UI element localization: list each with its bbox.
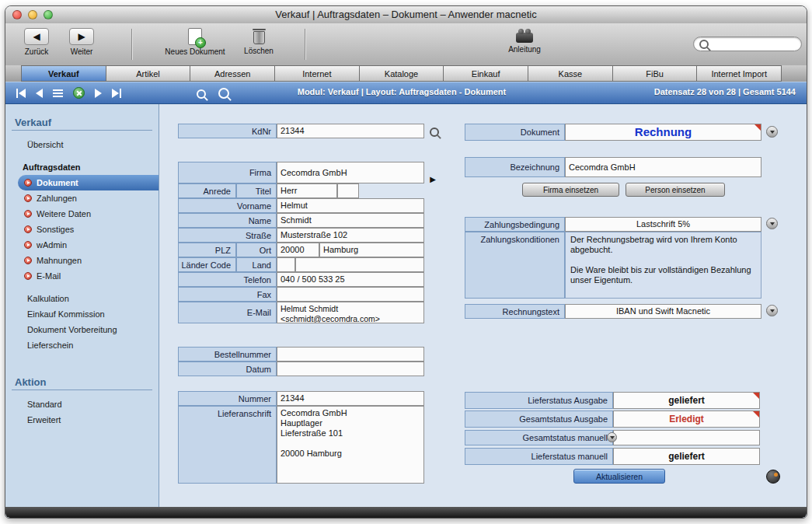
vorname-label: Vorname: [178, 198, 277, 213]
previous-record-icon[interactable]: [36, 89, 43, 98]
anrede-field[interactable]: Herr: [277, 183, 337, 198]
new-document-button[interactable]: Neues Dokument: [158, 28, 232, 56]
sidebar-item-einkauf-kommission[interactable]: Einkauf Kommission: [5, 306, 159, 322]
laender-code-field[interactable]: [277, 257, 295, 272]
sidebar-item-zahlungen[interactable]: Zahlungen: [5, 190, 159, 206]
plz-field[interactable]: 20000: [277, 243, 319, 257]
dokument-dropdown-icon[interactable]: [766, 126, 778, 138]
sidebar-item-standard[interactable]: Standard: [5, 396, 159, 412]
person-einsetzen-button[interactable]: Person einsetzen: [626, 183, 725, 197]
ort-field[interactable]: Hamburg: [319, 243, 424, 257]
forward-icon: ▶: [69, 28, 94, 45]
back-button[interactable]: ◀ Zurück: [16, 28, 57, 56]
sidebar-item-email[interactable]: E-Mail: [5, 268, 159, 284]
record-arrow-icon: [24, 210, 32, 218]
gesamtstatus-ausgabe-label: Gesamtstatus Ausgabe: [465, 410, 613, 428]
zahlungskonditionen-label: Zahlungskonditionen: [465, 232, 565, 299]
sidebar-item-wadmin[interactable]: wAdmin: [5, 237, 159, 253]
sidebar-item-kalkulation[interactable]: Kalkulation: [5, 291, 159, 306]
back-label: Zurück: [25, 47, 49, 56]
tab-adressen[interactable]: Adressen: [190, 65, 275, 82]
email-field[interactable]: Helmut Schmidt <schmidt@cecomdra.com>: [277, 302, 424, 323]
module-layout-text: Modul: Verkauf | Layout: Auftragsdaten -…: [239, 87, 565, 96]
first-record-icon[interactable]: [16, 89, 26, 98]
zahlungsbedingung-label: Zahlungsbedingung: [465, 217, 565, 232]
next-record-icon[interactable]: [95, 89, 102, 98]
sidebar-item-erweitert[interactable]: Erweitert: [5, 412, 159, 428]
dokument-field[interactable]: Rechnung: [565, 124, 761, 141]
rechnungstext-dropdown-icon[interactable]: [766, 305, 778, 316]
gesamtstatus-manuell-field[interactable]: [613, 430, 760, 445]
tab-internet-import[interactable]: Internet Import: [697, 65, 782, 82]
kdnr-search-icon[interactable]: [430, 126, 439, 140]
delete-button[interactable]: Löschen: [237, 28, 281, 55]
zahlungskonditionen-field[interactable]: Der Rechnungsbetrag wird von Ihrem Konto…: [565, 232, 761, 299]
gesamtstatus-manuell-dropdown-icon[interactable]: [607, 432, 617, 442]
vorname-field[interactable]: Helmut: [277, 198, 424, 213]
bezeichnung-field[interactable]: Cecomdra GmbH: [565, 157, 761, 177]
land-label: Land: [236, 257, 277, 272]
gesamtstatus-ausgabe-field[interactable]: Erledigt: [613, 410, 760, 428]
sidebar-item-dokument[interactable]: Dokument: [18, 175, 159, 190]
new-document-icon: [188, 28, 202, 45]
nummer-field[interactable]: 21344: [277, 391, 424, 406]
tab-einkauf[interactable]: Einkauf: [444, 65, 528, 82]
lieferanschrift-field[interactable]: Cecomdra GmbH Hauptlager Lieferstraße 10…: [277, 406, 424, 484]
telefon-field[interactable]: 040 / 500 533 25: [277, 272, 424, 287]
search-input[interactable]: [693, 37, 802, 51]
plz-label: PLZ: [178, 243, 236, 257]
tab-kasse[interactable]: Kasse: [528, 65, 613, 82]
gesamtstatus-manuell-label: Gesamtstatus manuell: [465, 430, 613, 445]
tab-verkauf[interactable]: Verkauf: [21, 65, 106, 82]
lieferstatus-ausgabe-field[interactable]: geliefert: [613, 392, 760, 409]
fax-field[interactable]: [277, 287, 424, 302]
firma-field[interactable]: Cecomdra GmbH: [277, 162, 424, 183]
sidebar-item-lieferschein[interactable]: Lieferschein: [5, 337, 159, 353]
kdnr-label: KdNr: [178, 124, 277, 138]
titlebar[interactable]: Verkauf | Auftragsdaten – Dokument – Anw…: [5, 6, 807, 24]
record-arrow-icon: [24, 225, 32, 233]
divider: [12, 130, 152, 131]
desktop: Verkauf | Auftragsdaten – Dokument – Anw…: [0, 0, 812, 524]
sidebar-item-label: Weitere Daten: [37, 209, 91, 218]
form-area: KdNr 21344 Firma Cecomdra GmbH ▶ Anrede …: [159, 104, 807, 507]
toolbar-separator: [131, 29, 132, 60]
sidebar-item-uebersicht[interactable]: Übersicht: [5, 137, 159, 152]
nummer-label: Nummer: [178, 391, 277, 406]
tab-fibu[interactable]: FiBu: [613, 65, 698, 82]
strasse-field[interactable]: Musterstraße 102: [277, 228, 424, 243]
tab-artikel[interactable]: Artikel: [106, 65, 191, 82]
forward-button[interactable]: ▶ Weiter: [61, 28, 102, 56]
zahlungsbedingung-dropdown-icon[interactable]: [766, 218, 778, 229]
sync-status-icon[interactable]: [766, 470, 780, 484]
tab-internet[interactable]: Internet: [275, 65, 360, 82]
sidebar-item-mahnungen[interactable]: Mahnungen: [5, 253, 159, 268]
bestellnummer-field[interactable]: [277, 347, 424, 362]
last-record-icon[interactable]: [112, 89, 121, 98]
titel-field[interactable]: [337, 183, 359, 198]
datum-field[interactable]: [277, 362, 424, 376]
kdnr-field[interactable]: 21344: [277, 124, 424, 138]
search-large-icon[interactable]: [218, 88, 229, 102]
rechnungstext-field[interactable]: IBAN und Swift Macnetic: [565, 304, 761, 319]
sidebar-item-weitere-daten[interactable]: Weitere Daten: [5, 206, 159, 222]
forward-label: Weiter: [71, 47, 93, 56]
lieferstatus-manuell-field[interactable]: geliefert: [613, 448, 760, 465]
firma-detail-arrow-icon[interactable]: ▶: [427, 173, 438, 184]
firma-einsetzen-button[interactable]: Firma einsetzen: [522, 183, 619, 197]
toolbar: ◀ Zurück ▶ Weiter Neues Dokument Löschen…: [5, 23, 807, 66]
zahlungsbedingung-field[interactable]: Lastschrift 5%: [565, 217, 761, 232]
sidebar-item-dokument-vorbereitung[interactable]: Dokument Vorbereitung: [5, 322, 159, 337]
search-small-icon[interactable]: [197, 88, 206, 102]
guide-icon: [516, 33, 533, 43]
land-field[interactable]: [295, 257, 424, 272]
guide-button[interactable]: Anleitung: [495, 28, 554, 54]
content-area: Verkauf Übersicht Auftragsdaten Dokument…: [5, 104, 807, 507]
aktualisieren-button[interactable]: Aktualisieren: [573, 469, 665, 484]
divider: [12, 390, 152, 390]
cancel-find-icon[interactable]: [73, 87, 85, 99]
name-field[interactable]: Schmidt: [277, 213, 424, 228]
list-view-icon[interactable]: [53, 89, 63, 97]
sidebar-item-sonstiges[interactable]: Sonstiges: [5, 222, 159, 237]
tab-kataloge[interactable]: Kataloge: [360, 65, 444, 82]
